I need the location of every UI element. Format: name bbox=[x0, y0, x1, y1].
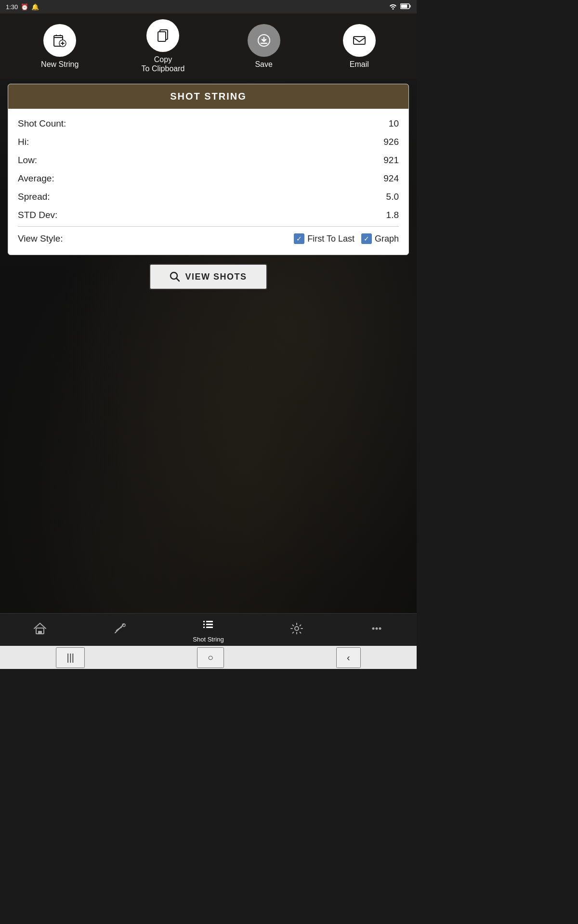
reticle-svg bbox=[113, 622, 127, 635]
svg-rect-16 bbox=[206, 624, 213, 625]
svg-rect-14 bbox=[206, 621, 213, 622]
time-display: 1:30 bbox=[6, 3, 18, 11]
wifi-icon bbox=[389, 3, 397, 11]
status-left: 1:30 ⏰ 🔔 bbox=[6, 3, 39, 11]
stat-hi-value: 926 bbox=[383, 137, 399, 147]
nav-settings[interactable] bbox=[290, 622, 303, 640]
more-icon bbox=[370, 622, 383, 638]
stat-low-label: Low: bbox=[18, 155, 37, 166]
stat-std-dev-value: 1.8 bbox=[386, 210, 399, 220]
stat-spread: Spread: 5.0 bbox=[18, 188, 399, 206]
system-nav-bar: ||| ○ ‹ bbox=[0, 646, 417, 669]
copy-button[interactable]: CopyTo Clipboard bbox=[142, 19, 185, 73]
nav-more[interactable] bbox=[370, 622, 383, 640]
svg-point-19 bbox=[295, 627, 299, 630]
svg-point-21 bbox=[376, 627, 378, 629]
stat-spread-value: 5.0 bbox=[386, 192, 399, 202]
svg-rect-6 bbox=[158, 32, 166, 41]
status-right bbox=[389, 3, 411, 11]
graph-group[interactable]: ✓ Graph bbox=[361, 233, 399, 244]
new-string-button[interactable]: New String bbox=[41, 24, 79, 69]
home-svg bbox=[33, 622, 47, 635]
svg-point-22 bbox=[379, 627, 381, 629]
card-title: SHOT STRING bbox=[170, 91, 247, 102]
bottom-nav: Shot String bbox=[0, 613, 417, 646]
copy-icon-circle bbox=[146, 19, 179, 52]
stat-average-value: 924 bbox=[383, 173, 399, 184]
svg-rect-2 bbox=[410, 5, 411, 7]
stat-shot-count: Shot Count: 10 bbox=[18, 115, 399, 133]
stat-average: Average: 924 bbox=[18, 169, 399, 188]
shot-string-card: SHOT STRING Shot Count: 10 Hi: 926 Low: … bbox=[8, 84, 409, 255]
stat-low-value: 921 bbox=[383, 155, 399, 166]
sys-nav-back[interactable]: ‹ bbox=[336, 647, 361, 668]
alarm-icon: ⏰ bbox=[21, 3, 28, 11]
copy-icon bbox=[155, 28, 171, 43]
stat-low: Low: 921 bbox=[18, 151, 399, 169]
email-icon bbox=[352, 33, 367, 48]
save-label: Save bbox=[255, 60, 272, 69]
view-style-label: View Style: bbox=[18, 233, 63, 244]
nav-home[interactable] bbox=[33, 622, 47, 640]
stat-std-dev: STD Dev: 1.8 bbox=[18, 206, 399, 224]
main-content: SHOT STRING Shot Count: 10 Hi: 926 Low: … bbox=[0, 79, 417, 303]
sys-nav-recents[interactable]: ||| bbox=[56, 647, 85, 668]
shot-string-nav-icon bbox=[201, 618, 215, 634]
view-shots-button[interactable]: VIEW SHOTS bbox=[149, 264, 267, 290]
search-icon bbox=[170, 271, 180, 282]
stat-shot-count-label: Shot Count: bbox=[18, 118, 66, 129]
save-icon bbox=[256, 33, 272, 48]
card-divider bbox=[18, 226, 399, 227]
svg-point-20 bbox=[372, 627, 375, 629]
first-to-last-checkbox[interactable]: ✓ bbox=[294, 233, 304, 244]
view-shots-label: VIEW SHOTS bbox=[185, 272, 247, 282]
stat-average-label: Average: bbox=[18, 173, 54, 184]
gear-svg bbox=[290, 622, 303, 635]
first-to-last-group[interactable]: ✓ First To Last bbox=[294, 233, 355, 244]
svg-rect-15 bbox=[203, 624, 205, 625]
more-svg bbox=[370, 622, 383, 635]
svg-rect-11 bbox=[38, 631, 42, 634]
nav-shot-string[interactable]: Shot String bbox=[193, 618, 223, 643]
email-icon-circle bbox=[343, 24, 376, 57]
new-string-icon bbox=[52, 33, 67, 48]
battery-icon bbox=[400, 3, 411, 11]
status-bar: 1:30 ⏰ 🔔 bbox=[0, 0, 417, 13]
reticle-icon bbox=[113, 622, 127, 638]
first-to-last-label: First To Last bbox=[307, 234, 355, 244]
svg-rect-1 bbox=[401, 4, 407, 8]
svg-rect-17 bbox=[203, 627, 205, 628]
nav-reticle[interactable] bbox=[113, 622, 127, 640]
toolbar: New String CopyTo Clipboard Save bbox=[0, 13, 417, 79]
graph-checkbox[interactable]: ✓ bbox=[361, 233, 372, 244]
stat-spread-label: Spread: bbox=[18, 192, 50, 202]
home-icon bbox=[33, 622, 47, 638]
new-string-label: New String bbox=[41, 60, 79, 69]
card-header: SHOT STRING bbox=[8, 84, 408, 109]
save-icon-circle bbox=[248, 24, 280, 57]
email-label: Email bbox=[350, 60, 369, 69]
graph-label: Graph bbox=[375, 234, 399, 244]
view-style-controls: ✓ First To Last ✓ Graph bbox=[294, 233, 399, 244]
stat-hi-label: Hi: bbox=[18, 137, 29, 147]
nav-shot-string-label: Shot String bbox=[193, 636, 223, 643]
stat-std-dev-label: STD Dev: bbox=[18, 210, 57, 220]
stat-shot-count-value: 10 bbox=[389, 118, 399, 129]
stat-hi: Hi: 926 bbox=[18, 133, 399, 151]
svg-rect-8 bbox=[354, 37, 365, 44]
list-svg bbox=[201, 618, 215, 631]
notification-icon: 🔔 bbox=[31, 3, 39, 11]
svg-rect-13 bbox=[203, 621, 205, 622]
svg-rect-18 bbox=[206, 627, 213, 628]
new-string-icon-circle bbox=[43, 24, 76, 57]
copy-label: CopyTo Clipboard bbox=[142, 55, 185, 73]
save-button[interactable]: Save bbox=[248, 24, 280, 69]
email-button[interactable]: Email bbox=[343, 24, 376, 69]
card-body: Shot Count: 10 Hi: 926 Low: 921 Average:… bbox=[8, 109, 408, 255]
view-style-row: View Style: ✓ First To Last ✓ Graph bbox=[18, 229, 399, 249]
sys-nav-home[interactable]: ○ bbox=[197, 647, 224, 668]
settings-icon bbox=[290, 622, 303, 638]
